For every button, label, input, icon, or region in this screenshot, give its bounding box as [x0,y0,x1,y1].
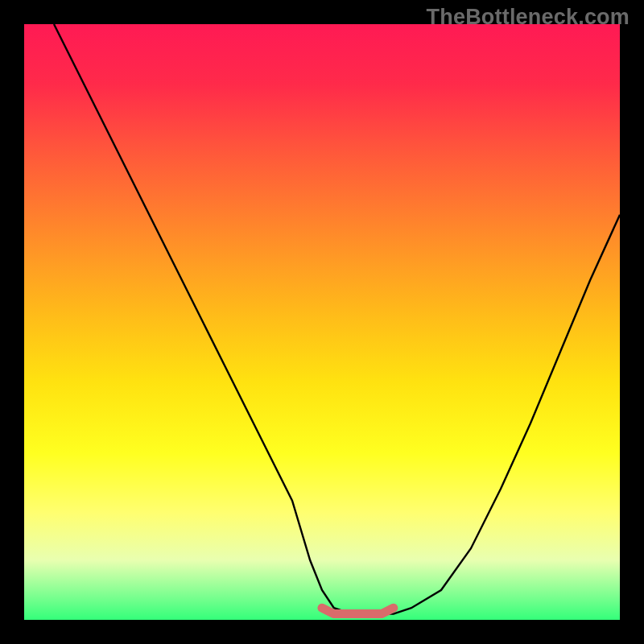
watermark-text: TheBottleneck.com [427,5,630,30]
plot-area [24,24,620,620]
chart-frame: TheBottleneck.com [0,0,644,644]
curve-layer [24,24,620,620]
highlight-segment [322,608,394,613]
bottleneck-curve [54,24,620,614]
